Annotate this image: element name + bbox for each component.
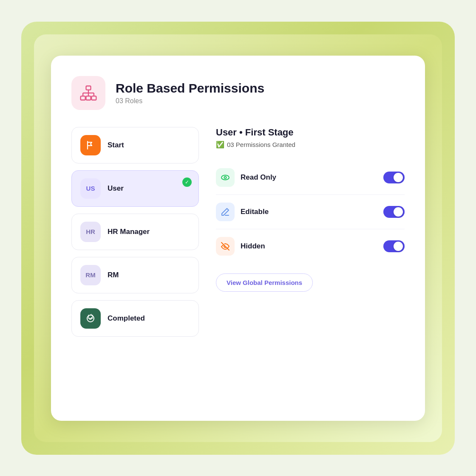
view-global-permissions-button[interactable]: View Global Permissions <box>216 273 313 292</box>
permission-row-hidden: Hidden <box>216 229 405 263</box>
hr-avatar: HR <box>80 222 101 242</box>
permission-row-read-only: Read Only <box>216 161 405 195</box>
roles-list: Start US User ✓ HR HR Manager <box>71 127 199 337</box>
main-layout: Start US User ✓ HR HR Manager <box>71 127 405 337</box>
eye-icon <box>220 172 230 183</box>
role-item-start[interactable]: Start <box>71 127 199 163</box>
permission-row-editable: Editable <box>216 195 405 229</box>
hidden-label: Hidden <box>241 242 377 251</box>
page-subtitle: 03 Roles <box>116 97 264 105</box>
network-icon <box>79 84 98 102</box>
role-name-completed: Completed <box>108 314 145 323</box>
main-card: Role Based Permissions 03 Roles Start <box>51 56 425 421</box>
page-title: Role Based Permissions <box>116 81 264 96</box>
panel-title: User • First Stage <box>216 127 405 138</box>
svg-rect-2 <box>86 96 91 100</box>
flag-icon <box>85 140 96 150</box>
badge-icon <box>85 313 96 324</box>
svg-rect-3 <box>91 96 96 100</box>
svg-rect-0 <box>86 86 91 90</box>
role-item-rm[interactable]: RM RM <box>71 257 199 293</box>
hidden-icon-wrap <box>216 237 235 256</box>
role-item-completed[interactable]: Completed <box>71 300 199 337</box>
card-header: Role Based Permissions 03 Roles <box>71 76 405 110</box>
role-name-rm: RM <box>108 271 119 279</box>
header-text: Role Based Permissions 03 Roles <box>116 81 264 105</box>
editable-icon-wrap <box>216 203 235 221</box>
granted-check-icon: ✅ <box>216 141 224 149</box>
role-item-hr[interactable]: HR HR Manager <box>71 214 199 250</box>
role-name-hr: HR Manager <box>108 228 150 236</box>
editable-label: Editable <box>241 208 377 216</box>
user-check-icon: ✓ <box>182 177 192 187</box>
read-only-label: Read Only <box>241 173 377 182</box>
read-only-toggle[interactable] <box>383 172 405 183</box>
outer-background: Role Based Permissions 03 Roles Start <box>21 22 455 455</box>
panel-granted: ✅ 03 Permissions Granted <box>216 141 405 149</box>
role-name-user: User <box>108 184 124 193</box>
editable-toggle[interactable] <box>383 206 405 218</box>
read-only-icon-wrap <box>216 168 235 187</box>
hidden-icon <box>220 241 230 251</box>
role-item-user[interactable]: US User ✓ <box>71 170 199 207</box>
permission-panel: User • First Stage ✅ 03 Permissions Gran… <box>216 127 405 292</box>
user-avatar: US <box>80 178 101 199</box>
role-name-start: Start <box>108 141 124 149</box>
svg-point-11 <box>224 176 227 178</box>
start-avatar <box>80 135 101 155</box>
rm-avatar: RM <box>80 265 101 285</box>
network-icon-wrap <box>71 76 105 110</box>
hidden-toggle[interactable] <box>383 240 405 252</box>
pen-icon <box>220 207 230 217</box>
completed-avatar <box>80 308 101 329</box>
svg-point-10 <box>221 175 229 180</box>
svg-rect-1 <box>81 96 85 100</box>
